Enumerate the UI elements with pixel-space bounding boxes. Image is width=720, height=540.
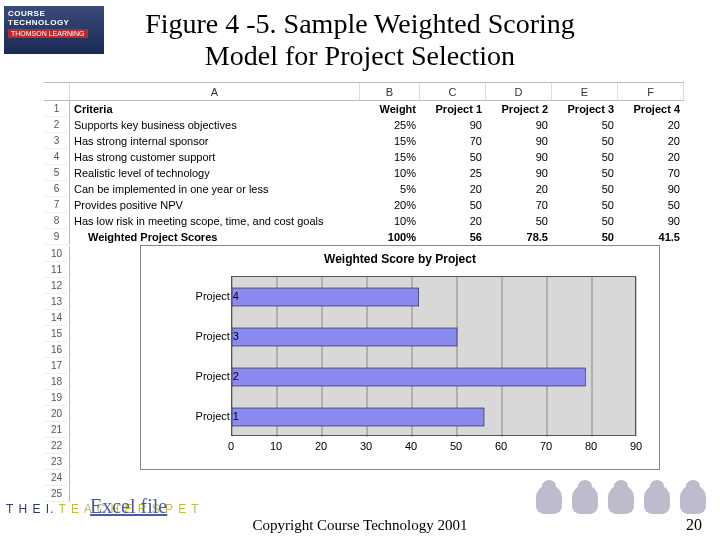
row-number: 15 — [44, 326, 70, 342]
excel-file-link[interactable]: Excel file — [90, 495, 167, 518]
row-number: 19 — [44, 390, 70, 406]
table-row: Has strong customer support15%50905020 — [70, 149, 684, 165]
score-cell: 90 — [486, 133, 552, 149]
table-row: Realistic level of technology10%25905070 — [70, 165, 684, 181]
totals-label: Weighted Project Scores — [70, 229, 360, 245]
row-number: 16 — [44, 342, 70, 358]
criteria-cell: Supports key business objectives — [70, 117, 360, 133]
chart-bar — [232, 288, 419, 306]
criteria-cell: Has strong internal sponsor — [70, 133, 360, 149]
criteria-cell: Has low risk in meeting scope, time, and… — [70, 213, 360, 229]
page-title: Figure 4 -5. Sample Weighted Scoring Mod… — [0, 6, 720, 72]
weight-cell: 15% — [360, 133, 420, 149]
row-number: 23 — [44, 454, 70, 470]
chart-y-label: Project 3 — [159, 330, 239, 342]
table-row: Can be implemented in one year or less5%… — [70, 181, 684, 197]
mascot-icon — [608, 486, 634, 514]
mascot-icon — [572, 486, 598, 514]
col-letter: E — [552, 83, 618, 101]
table-row: Provides positive NPV20%50705050 — [70, 197, 684, 213]
hdr-p1: Project 1 — [420, 101, 486, 117]
score-cell: 50 — [420, 149, 486, 165]
weight-cell: 5% — [360, 181, 420, 197]
col-letter: D — [486, 83, 552, 101]
score-cell: 90 — [420, 117, 486, 133]
row-number: 18 — [44, 374, 70, 390]
row-number: 4 — [44, 149, 70, 165]
table-row: Has strong internal sponsor15%70905020 — [70, 133, 684, 149]
score-cell: 50 — [552, 165, 618, 181]
col-letter: C — [420, 83, 486, 101]
score-cell: 90 — [618, 181, 684, 197]
score-cell: 50 — [420, 197, 486, 213]
totals-row: Weighted Project Scores 100% 56 78.5 50 … — [70, 229, 684, 245]
row-number: 9 — [44, 229, 70, 245]
row-number: 10 — [44, 246, 70, 262]
hdr-p4: Project 4 — [618, 101, 684, 117]
score-cell: 20 — [420, 181, 486, 197]
col-letter: F — [618, 83, 684, 101]
score-cell: 20 — [420, 213, 486, 229]
chart-x-label: 50 — [450, 440, 462, 452]
score-cell: 20 — [618, 133, 684, 149]
row-number: 22 — [44, 438, 70, 454]
weight-cell: 10% — [360, 165, 420, 181]
copyright: Copyright Course Technology 2001 — [0, 517, 720, 534]
col-letter: A — [70, 83, 360, 101]
score-cell: 50 — [618, 197, 684, 213]
score-cell: 50 — [552, 149, 618, 165]
mascot-icon — [680, 486, 706, 514]
row-number: 2 — [44, 117, 70, 133]
row-number: 5 — [44, 165, 70, 181]
row-number: 11 — [44, 262, 70, 278]
chart-y-label: Project 2 — [159, 370, 239, 382]
row-number: 3 — [44, 133, 70, 149]
score-cell: 70 — [618, 165, 684, 181]
score-cell: 20 — [618, 117, 684, 133]
chart-x-label: 20 — [315, 440, 327, 452]
score-cell: 90 — [486, 117, 552, 133]
row-number: 17 — [44, 358, 70, 374]
chart-bar — [232, 368, 585, 386]
row-number: 12 — [44, 278, 70, 294]
chart-x-label: 0 — [228, 440, 234, 452]
chart-title: Weighted Score by Project — [141, 246, 659, 268]
corner-cell — [44, 83, 70, 101]
hdr-p2: Project 2 — [486, 101, 552, 117]
weighted-score-chart: Weighted Score by Project Project 4Proje… — [140, 245, 660, 470]
totals-p3: 50 — [552, 229, 618, 245]
weight-cell: 15% — [360, 149, 420, 165]
hdr-p3: Project 3 — [552, 101, 618, 117]
weight-cell: 20% — [360, 197, 420, 213]
row-number: 6 — [44, 181, 70, 197]
hdr-weight: Weight — [360, 101, 420, 117]
chart-y-label: Project 4 — [159, 290, 239, 302]
chart-x-label: 80 — [585, 440, 597, 452]
chart-x-label: 30 — [360, 440, 372, 452]
scoring-table: Criteria Weight Project 1 Project 2 Proj… — [70, 101, 684, 246]
criteria-cell: Realistic level of technology — [70, 165, 360, 181]
criteria-cell: Can be implemented in one year or less — [70, 181, 360, 197]
score-cell: 50 — [552, 133, 618, 149]
chart-x-label: 40 — [405, 440, 417, 452]
row-number: 25 — [44, 486, 70, 502]
chart-plot-area — [231, 276, 636, 436]
table-row: Supports key business objectives25%90905… — [70, 117, 684, 133]
row-number: 21 — [44, 422, 70, 438]
column-letter-row: A B C D E F — [44, 83, 684, 101]
score-cell: 70 — [486, 197, 552, 213]
chart-bar — [232, 328, 457, 346]
row-number: 14 — [44, 310, 70, 326]
score-cell: 50 — [552, 213, 618, 229]
page-number: 20 — [686, 516, 702, 534]
hdr-criteria: Criteria — [70, 101, 360, 117]
row-number: 13 — [44, 294, 70, 310]
col-letter: B — [360, 83, 420, 101]
chart-bar — [232, 408, 484, 426]
row-number: 24 — [44, 470, 70, 486]
score-cell: 90 — [618, 213, 684, 229]
row-number: 7 — [44, 197, 70, 213]
score-cell: 50 — [486, 213, 552, 229]
totals-weight: 100% — [360, 229, 420, 245]
score-cell: 20 — [486, 181, 552, 197]
